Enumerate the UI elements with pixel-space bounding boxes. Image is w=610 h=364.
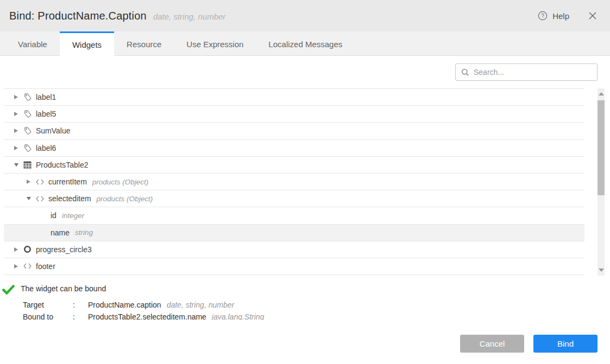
status-detail-table: Target:ProductName.captiondate, string, … [23, 301, 610, 321]
chevron-right-icon[interactable] [11, 145, 23, 151]
widget-tree: label1label5SumValuelabel6ProductsTable2… [0, 88, 610, 276]
dialog-title-types: date, string, number [153, 12, 225, 21]
status-value-type: date, string, number [167, 301, 235, 309]
status-row-label: Target [23, 301, 73, 309]
tree-row-label: label6 [36, 144, 56, 152]
status-value-text: ProductName.caption [88, 301, 161, 309]
tree-row-name[interactable]: namestring [4, 225, 584, 241]
dialog-footer: Cancel Bind [0, 320, 610, 364]
tree-row-label6[interactable]: label6 [4, 140, 584, 157]
tree-row-selecteditem[interactable]: selecteditemproducts (Object) [4, 190, 584, 207]
tab-resource[interactable]: Resource [114, 31, 174, 55]
question-circle-icon: ? [538, 11, 548, 21]
tree-row-label: currentItem [48, 177, 87, 186]
chevron-right-icon[interactable] [11, 94, 23, 100]
cancel-button[interactable]: Cancel [460, 335, 524, 353]
tree-row-label: ProductsTable2 [36, 161, 89, 169]
tag-icon [23, 110, 36, 118]
help-button[interactable]: ? Help [538, 11, 569, 21]
status-row-value: ProductName.captiondate, string, number [88, 301, 610, 309]
tree-row-ProductsTable2[interactable]: ProductsTable2 [4, 157, 584, 174]
scroll-down-icon[interactable] [598, 266, 605, 274]
tab-variable[interactable]: Variable [5, 31, 60, 55]
tree-row-label1[interactable]: label1 [4, 89, 584, 106]
close-icon [588, 11, 597, 20]
scroll-up-icon[interactable] [598, 90, 605, 98]
tree-row-type: products (Object) [92, 178, 149, 186]
svg-text:?: ? [541, 13, 544, 19]
tree-row-label: selecteditem [48, 194, 91, 203]
code-icon [36, 196, 48, 202]
bind-dialog: Bind: ProductName.Caption date, string, … [0, 0, 610, 364]
scrollbar-thumb[interactable] [598, 100, 605, 195]
search-row [0, 56, 610, 88]
tree-row-type: integer [62, 212, 84, 220]
chevron-right-icon[interactable] [11, 111, 23, 117]
tree-row-label: label1 [36, 93, 56, 101]
chevron-right-icon[interactable] [11, 128, 23, 133]
success-check-icon [2, 284, 16, 297]
tab-bar: VariableWidgetsResourceUse ExpressionLoc… [0, 31, 610, 56]
status-row-separator: : [73, 301, 88, 309]
tree-row-label: id [51, 211, 56, 220]
tab-widgets[interactable]: Widgets [60, 31, 114, 56]
tree-row-progress_circle3[interactable]: progress_circle3 [4, 241, 584, 258]
chevron-right-icon[interactable] [24, 179, 36, 184]
tag-icon [23, 93, 36, 101]
circle-icon [23, 245, 36, 253]
status-message: The widget can be bound [21, 284, 106, 293]
tree-row-currentItem[interactable]: currentItemproducts (Object) [4, 174, 584, 190]
chevron-right-icon[interactable] [11, 247, 23, 252]
tree-scrollbar[interactable] [598, 88, 605, 276]
table-icon [23, 161, 36, 169]
bind-button[interactable]: Bind [533, 335, 598, 353]
tree-row-label: SumValue [36, 126, 71, 135]
tree-row-SumValue[interactable]: SumValue [4, 123, 584, 139]
search-input[interactable] [474, 68, 582, 76]
tree-row-label: progress_circle3 [36, 245, 92, 254]
tree-row-label: label5 [36, 110, 56, 118]
search-box[interactable] [455, 63, 598, 81]
help-label: Help [552, 11, 569, 21]
tree-row-id[interactable]: idinteger [4, 207, 584, 224]
close-button[interactable] [588, 11, 597, 20]
chevron-down-icon[interactable] [24, 196, 36, 201]
chevron-right-icon[interactable] [11, 264, 23, 269]
search-icon [461, 68, 469, 76]
tag-icon [23, 126, 36, 135]
code-icon [23, 263, 36, 269]
tree-row-type: string [75, 228, 93, 237]
dialog-titlebar: Bind: ProductName.Caption date, string, … [0, 0, 610, 31]
tree-row-footer[interactable]: footer [4, 258, 584, 275]
code-icon [36, 179, 48, 185]
tree-row-label5[interactable]: label5 [4, 106, 584, 123]
dialog-title: Bind: ProductName.Caption [9, 10, 147, 22]
tab-use-expression[interactable]: Use Expression [174, 31, 256, 55]
binding-status: The widget can be bound Target:ProductNa… [0, 276, 610, 321]
tree-row-label: name [51, 228, 70, 237]
tab-localized-messages[interactable]: Localized Messages [256, 31, 355, 55]
tree-row-type: products (Object) [97, 195, 153, 203]
tree-row-label: footer [36, 262, 55, 271]
chevron-down-icon[interactable] [11, 163, 23, 167]
tag-icon [23, 144, 36, 152]
